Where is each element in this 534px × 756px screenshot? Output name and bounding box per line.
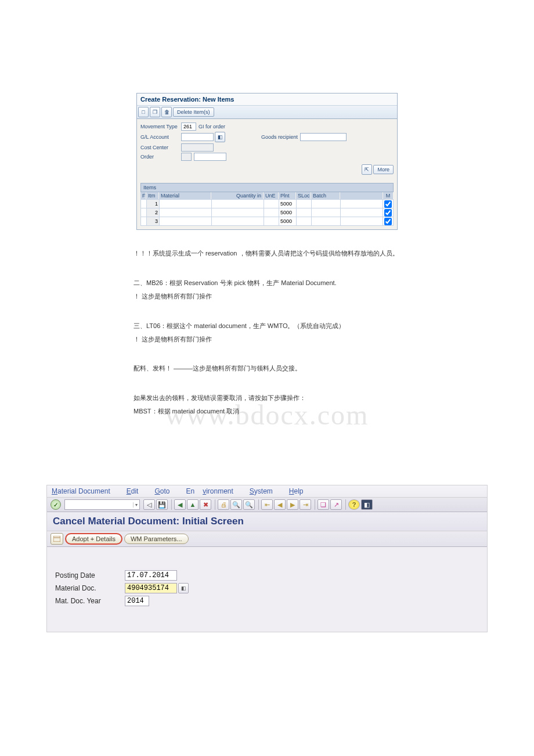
copy-icon[interactable]: ❐ xyxy=(150,107,160,117)
m-checkbox[interactable] xyxy=(384,200,392,208)
items-panel-header: Items xyxy=(140,183,394,192)
col-m: M xyxy=(383,192,394,199)
exit-icon[interactable]: ▲ xyxy=(187,499,199,510)
material-doc-label: Material Doc. xyxy=(55,584,125,592)
command-field[interactable] xyxy=(64,499,140,510)
back-icon[interactable]: ◀ xyxy=(174,499,186,510)
col-qty: Quantity in xyxy=(211,192,264,199)
batch-cell[interactable] xyxy=(312,217,340,225)
shortcut-icon[interactable]: ↗ xyxy=(330,499,342,510)
save-icon[interactable]: 💾 xyxy=(156,499,168,510)
f4-help-icon[interactable]: ◧ xyxy=(178,583,189,593)
menu-goto[interactable]: Goto xyxy=(154,487,178,495)
adopt-details-button[interactable]: Adopt + Details xyxy=(66,534,122,544)
new-session-icon[interactable]: ❏ xyxy=(317,499,329,510)
cancel-icon[interactable]: ✖ xyxy=(200,499,211,510)
wm-parameters-button[interactable]: WM Parameters... xyxy=(124,534,189,544)
material-cell[interactable] xyxy=(160,217,211,225)
application-toolbar: Adopt + Details WM Parameters... xyxy=(47,531,487,547)
delete-icon[interactable]: 🗑 xyxy=(161,107,172,117)
plnt-cell[interactable] xyxy=(279,200,296,208)
back-page-icon[interactable]: ◁ xyxy=(143,499,155,510)
next-page-icon[interactable]: ▶ xyxy=(287,499,298,510)
items-column-header: F Itm Material Quantity in UnE Plnt SLoc… xyxy=(140,192,394,199)
text-line: 三、LT06：根据这个 material document，生产 WMTO。（系… xyxy=(134,320,400,332)
mat-doc-year-input[interactable] xyxy=(125,596,149,606)
table-row xyxy=(141,217,394,226)
delete-items-button[interactable]: Delete Item(s) xyxy=(173,107,214,117)
menu-help[interactable]: Help xyxy=(289,487,312,495)
standard-toolbar: ✓ ◁ 💾 ◀ ▲ ✖ 🖨 🔍 🔍 ⇤ ◀ ▶ ⇥ ❏ ↗ ? ◧ xyxy=(47,498,487,512)
new-doc-icon[interactable]: □ xyxy=(138,107,149,117)
col-plnt: Plnt xyxy=(279,192,296,199)
f4-help-icon[interactable]: ◧ xyxy=(215,132,225,142)
gl-account-label: G/L Account xyxy=(140,134,181,140)
overview-icon[interactable] xyxy=(50,533,63,545)
cost-center-label: Cost Center xyxy=(140,145,181,150)
instructional-text: ！！！系统提示生成一个 reservation ，物料需要人员请把这个号码提供给… xyxy=(134,247,400,438)
menu-system[interactable]: System xyxy=(250,487,281,495)
order-input[interactable] xyxy=(194,153,226,161)
sloc-cell[interactable] xyxy=(297,208,311,217)
goods-recipient-input[interactable] xyxy=(300,133,347,141)
prev-page-icon[interactable]: ◀ xyxy=(274,499,286,510)
items-table xyxy=(140,199,394,226)
plnt-cell[interactable] xyxy=(279,217,296,225)
material-doc-input[interactable] xyxy=(125,583,177,593)
menu-edit[interactable]: Edit xyxy=(127,487,147,495)
gl-account-input[interactable] xyxy=(181,133,214,141)
table-row xyxy=(141,200,394,208)
menu-material-document[interactable]: Material Document xyxy=(52,487,118,495)
movement-type-input[interactable] xyxy=(181,123,196,131)
order-indicator[interactable] xyxy=(181,153,192,161)
row-num[interactable] xyxy=(147,217,159,225)
more-button[interactable]: More xyxy=(373,165,394,174)
col-f: F xyxy=(140,192,146,199)
window-title: Create Reservation: New Items xyxy=(137,93,397,106)
table-row xyxy=(141,208,394,217)
row-num[interactable] xyxy=(147,208,159,217)
batch-cell[interactable] xyxy=(312,200,340,208)
plnt-cell[interactable] xyxy=(279,208,296,217)
text-line: ！ 这步是物料所有部门操作 xyxy=(134,333,400,345)
find-next-icon[interactable]: 🔍 xyxy=(243,499,255,510)
help-icon[interactable]: ? xyxy=(348,499,360,510)
cancel-material-doc-window: Material Document Edit Goto Environment … xyxy=(46,485,488,632)
m-checkbox[interactable] xyxy=(384,218,392,225)
col-material: Material xyxy=(159,192,211,199)
material-cell[interactable] xyxy=(160,208,211,217)
posting-date-input[interactable] xyxy=(125,570,177,581)
expand-icon[interactable]: ⇱ xyxy=(362,164,372,175)
sloc-cell[interactable] xyxy=(297,217,311,225)
menu-environment[interactable]: Environment xyxy=(186,487,241,495)
text-line: ！ 这步是物料所有部门操作 xyxy=(134,290,400,303)
qty-cell[interactable] xyxy=(212,217,264,225)
print-icon[interactable]: 🖨 xyxy=(218,499,229,510)
layout-icon[interactable]: ◧ xyxy=(361,499,373,510)
first-page-icon[interactable]: ⇤ xyxy=(261,499,273,510)
qty-cell[interactable] xyxy=(212,208,264,217)
order-label: Order xyxy=(140,154,181,160)
screen-title: Cancel Material Document: Initial Screen xyxy=(47,512,487,531)
une-cell[interactable] xyxy=(264,200,279,208)
m-checkbox[interactable] xyxy=(384,209,392,217)
material-cell[interactable] xyxy=(160,200,211,208)
text-line: 配料、发料！ ———这步是物料所有部门与领料人员交接。 xyxy=(134,362,400,375)
mat-doc-year-label: Mat. Doc. Year xyxy=(55,597,125,605)
enter-icon[interactable]: ✓ xyxy=(50,499,61,510)
text-line: ！！！系统提示生成一个 reservation ，物料需要人员请把这个号码提供给… xyxy=(134,247,400,260)
qty-cell[interactable] xyxy=(212,200,264,208)
row-num[interactable] xyxy=(147,200,159,208)
text-line: 如果发出去的领料，发现错误需要取消，请按如下步骤操作： xyxy=(134,392,400,404)
find-icon[interactable]: 🔍 xyxy=(230,499,242,510)
col-une: UnE xyxy=(264,192,279,199)
last-page-icon[interactable]: ⇥ xyxy=(300,499,311,510)
batch-cell[interactable] xyxy=(312,208,340,217)
menu-bar: Material Document Edit Goto Environment … xyxy=(47,485,487,498)
une-cell[interactable] xyxy=(264,208,279,217)
form-body: Posting Date Material Doc. ◧ Mat. Doc. Y… xyxy=(47,547,487,632)
une-cell[interactable] xyxy=(264,217,279,225)
sloc-cell[interactable] xyxy=(297,200,311,208)
cost-center-input[interactable] xyxy=(181,143,214,152)
movement-type-label: Movement Type xyxy=(140,124,181,129)
